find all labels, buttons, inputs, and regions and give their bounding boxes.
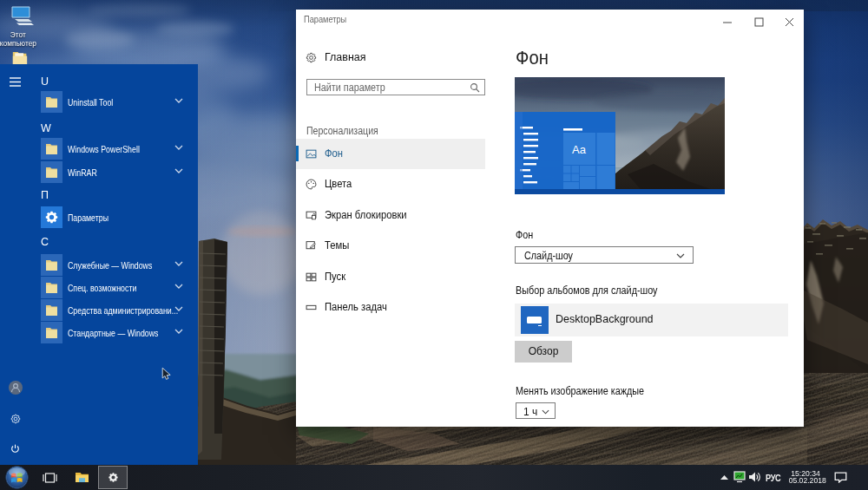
svg-text:Aa: Aa bbox=[572, 143, 587, 156]
